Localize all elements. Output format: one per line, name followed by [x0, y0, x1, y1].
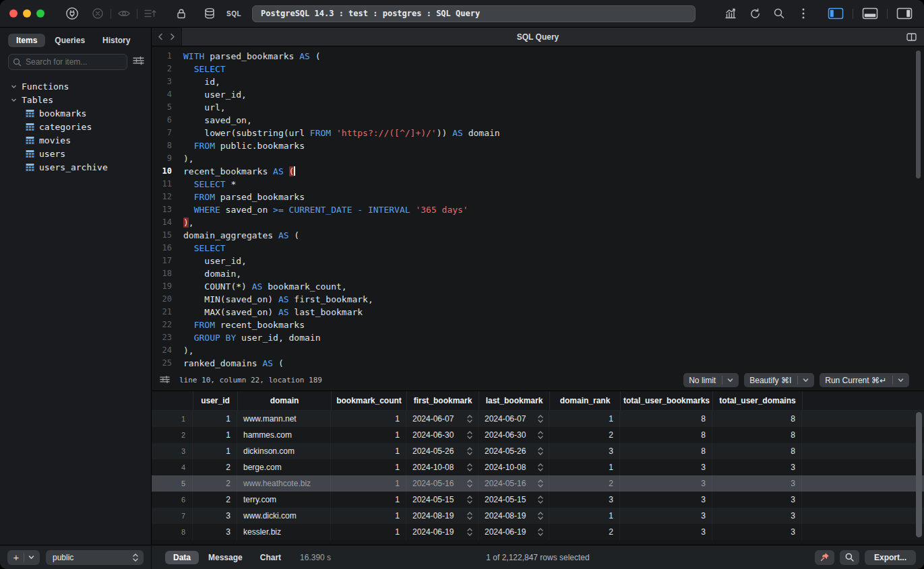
editor-line[interactable]: 8 FROM public.bookmarks: [152, 139, 924, 152]
add-item-button[interactable]: +: [7, 550, 40, 565]
cell-last-bookmark[interactable]: 2024-10-08: [479, 459, 549, 475]
cell-domain[interactable]: berge.com: [237, 459, 331, 475]
cell-first-bookmark[interactable]: 2024-06-30: [406, 427, 479, 443]
cell-total-user-domains[interactable]: 3: [712, 524, 802, 540]
cell-domain[interactable]: hammes.com: [237, 427, 331, 443]
date-stepper-icon[interactable]: [537, 495, 544, 504]
date-stepper-icon[interactable]: [537, 527, 544, 537]
cell-domain[interactable]: www.heathcote.biz: [237, 475, 331, 492]
cell-bookmark-count[interactable]: 1: [331, 524, 406, 540]
cell-first-bookmark[interactable]: 2024-06-19: [406, 524, 479, 540]
cell-last-bookmark[interactable]: 2024-05-16: [479, 475, 549, 492]
tree-group-functions[interactable]: Functions: [0, 79, 151, 93]
panel-left-toggle-icon[interactable]: [826, 5, 846, 22]
date-stepper-icon[interactable]: [466, 495, 473, 504]
date-stepper-icon[interactable]: [537, 479, 544, 488]
column-header-last-bookmark[interactable]: last_bookmark: [479, 391, 550, 410]
editor-line[interactable]: 11 SELECT *: [152, 178, 924, 191]
connection-plug-icon[interactable]: [62, 5, 82, 22]
cell-total-user-bookmarks[interactable]: 3: [620, 508, 712, 524]
cell-bookmark-count[interactable]: 1: [331, 411, 406, 427]
date-stepper-icon[interactable]: [466, 527, 473, 537]
tab-items[interactable]: Items: [8, 34, 45, 47]
table-row[interactable]: 8 3kessler.biz12024-06-19 2024-06-19 233: [152, 524, 924, 540]
table-row[interactable]: 1 1www.mann.net12024-06-07 2024-06-07 18…: [152, 411, 924, 427]
chart-icon[interactable]: [720, 5, 741, 22]
editor-line[interactable]: 21 MAX(saved_on) AS last_bookmark: [152, 306, 924, 319]
cell-bookmark-count[interactable]: 1: [331, 459, 406, 475]
editor-line[interactable]: 18 domain,: [152, 267, 924, 280]
cell-bookmark-count[interactable]: 1: [331, 475, 406, 492]
sidebar-item-users-archive[interactable]: users_archive: [0, 160, 151, 174]
search-results-button[interactable]: [840, 550, 859, 565]
cell-total-user-domains[interactable]: 8: [712, 443, 802, 459]
refresh-icon[interactable]: [745, 5, 765, 22]
date-stepper-icon[interactable]: [537, 511, 544, 521]
cell-total-user-domains[interactable]: 8: [712, 411, 802, 427]
cell-total-user-bookmarks[interactable]: 8: [620, 411, 712, 427]
date-stepper-icon[interactable]: [537, 446, 544, 456]
tab-history[interactable]: History: [94, 34, 138, 47]
cell-domain-rank[interactable]: 2: [549, 427, 620, 443]
cell-last-bookmark[interactable]: 2024-05-15: [479, 492, 549, 508]
column-header-user-id[interactable]: user_id: [193, 391, 238, 410]
cell-bookmark-count[interactable]: 1: [331, 508, 406, 524]
date-stepper-icon[interactable]: [537, 414, 544, 424]
search-input[interactable]: [8, 54, 127, 70]
table-row[interactable]: 3 1dickinson.com12024-05-26 2024-05-26 3…: [152, 443, 924, 459]
editor-line[interactable]: 1 WITH parsed_bookmarks AS (: [152, 50, 924, 63]
cell-domain-rank[interactable]: 3: [549, 492, 620, 508]
tree-group-tables[interactable]: Tables: [0, 93, 151, 106]
cell-domain[interactable]: www.dicki.com: [237, 508, 331, 524]
date-stepper-icon[interactable]: [466, 414, 473, 424]
editor-line[interactable]: 25 ranked_domains AS (: [152, 357, 924, 370]
cell-total-user-domains[interactable]: 3: [712, 475, 802, 492]
cell-domain-rank[interactable]: 3: [549, 443, 620, 459]
close-window-button[interactable]: [9, 9, 18, 18]
column-header-domain-rank[interactable]: domain_rank: [550, 391, 621, 410]
pin-button[interactable]: [815, 550, 834, 565]
results-scrollbar[interactable]: [916, 412, 922, 537]
database-icon[interactable]: [199, 5, 220, 22]
cell-last-bookmark[interactable]: 2024-06-30: [479, 427, 549, 443]
cell-first-bookmark[interactable]: 2024-06-07: [406, 411, 479, 427]
sidebar-item-categories[interactable]: categories: [0, 120, 151, 133]
cell-domain-rank[interactable]: 1: [549, 411, 620, 427]
cell-last-bookmark[interactable]: 2024-06-07: [479, 411, 549, 427]
cell-user-id[interactable]: 2: [193, 492, 237, 508]
cell-domain[interactable]: www.mann.net: [237, 411, 331, 427]
cell-total-user-domains[interactable]: 3: [712, 459, 802, 475]
button-beautify-i[interactable]: Beautify ⌘I: [744, 373, 814, 387]
cell-user-id[interactable]: 3: [193, 524, 237, 540]
editor-settings-icon[interactable]: [160, 374, 170, 387]
more-icon[interactable]: [793, 5, 813, 22]
table-row[interactable]: 7 3www.dicki.com12024-08-19 2024-08-19 1…: [152, 508, 924, 524]
column-header-domain[interactable]: domain: [238, 391, 332, 410]
editor-line[interactable]: 23 GROUP BY user_id, domain: [152, 331, 924, 344]
cell-first-bookmark[interactable]: 2024-08-19: [406, 508, 479, 524]
cell-total-user-bookmarks[interactable]: 3: [620, 459, 712, 475]
cell-total-user-domains[interactable]: 3: [712, 508, 802, 524]
cell-bookmark-count[interactable]: 1: [331, 427, 406, 443]
cell-domain-rank[interactable]: 2: [549, 475, 620, 492]
column-header-bookmark-count[interactable]: bookmark_count: [332, 391, 407, 410]
cell-first-bookmark[interactable]: 2024-05-15: [406, 492, 479, 508]
sidebar-item-bookmarks[interactable]: bookmarks: [0, 106, 151, 120]
table-row[interactable]: 4 2berge.com12024-10-08 2024-10-08 133: [152, 459, 924, 475]
editor-line[interactable]: 19 COUNT(*) AS bookmark_count,: [152, 280, 924, 293]
table-row[interactable]: 5 2www.heathcote.biz12024-05-16 2024-05-…: [152, 475, 924, 492]
button-run-current[interactable]: Run Current ⌘↵: [820, 373, 909, 387]
tab-data[interactable]: Data: [165, 551, 199, 564]
tab-chart[interactable]: Chart: [252, 551, 289, 564]
editor-line[interactable]: 14 ),: [152, 216, 924, 229]
sql-editor[interactable]: 1 WITH parsed_bookmarks AS ( 2 SELECT 3 …: [152, 46, 924, 370]
cell-domain-rank[interactable]: 2: [549, 524, 620, 540]
cell-last-bookmark[interactable]: 2024-06-19: [479, 524, 549, 540]
cell-total-user-bookmarks[interactable]: 8: [620, 443, 712, 459]
panel-bottom-toggle-icon[interactable]: [860, 5, 880, 22]
cell-bookmark-count[interactable]: 1: [331, 443, 406, 459]
cell-total-user-bookmarks[interactable]: 3: [620, 524, 712, 540]
chevron-down-icon[interactable]: [28, 554, 34, 560]
cell-total-user-bookmarks[interactable]: 8: [620, 427, 712, 443]
cell-domain[interactable]: kessler.biz: [237, 524, 331, 540]
